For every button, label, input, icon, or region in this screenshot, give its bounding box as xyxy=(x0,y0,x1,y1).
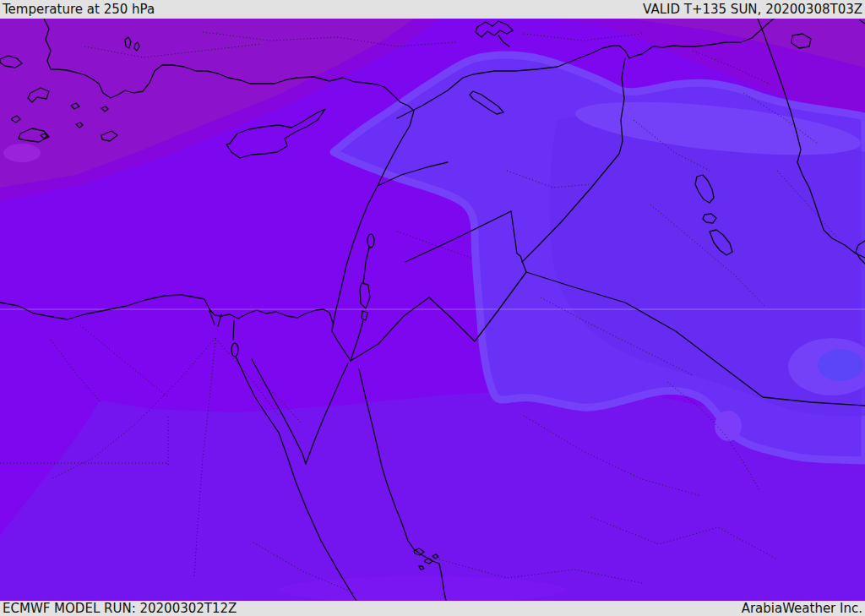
temp-patch-coolest xyxy=(818,349,863,381)
map-area xyxy=(0,19,865,601)
footer-bar: ECMWF MODEL RUN: 20200302T12Z ArabiaWeat… xyxy=(0,601,865,616)
temp-blob-aegean xyxy=(3,144,41,162)
weather-map-screenshot: Temperature at 250 hPa VALID T+135 SUN, … xyxy=(0,0,865,616)
valid-time-label: VALID T+135 SUN, 20200308T03Z xyxy=(643,2,862,17)
weather-map-canvas xyxy=(0,19,865,601)
credit-label: ArabiaWeather Inc. xyxy=(742,601,862,616)
temp-blob-hook xyxy=(715,411,742,441)
model-run-label: ECMWF MODEL RUN: 20200302T12Z xyxy=(3,601,237,616)
map-title: Temperature at 250 hPa xyxy=(3,2,155,17)
header-bar: Temperature at 250 hPa VALID T+135 SUN, … xyxy=(0,0,865,19)
